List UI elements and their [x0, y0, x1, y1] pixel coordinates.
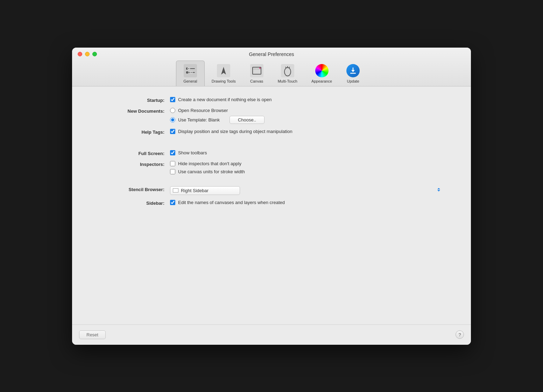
tab-appearance[interactable]: Appearance [304, 61, 339, 86]
reset-button[interactable]: Reset [79, 330, 106, 339]
sidebar-checkbox-label[interactable]: Edit the names of canvases and layers wh… [170, 200, 443, 205]
sidebar-row: Sidebar: Edit the names of canvases and … [100, 200, 443, 206]
canvas-units-checkbox[interactable] [170, 169, 175, 174]
hide-inspectors-text: Hide inspectors that don't apply [178, 161, 241, 166]
stencil-browser-select-wrapper: Right Sidebar Left Sidebar Floating Wind… [170, 186, 443, 195]
use-template-text: Use Template: Blank [178, 117, 220, 122]
svg-point-8 [190, 71, 192, 74]
open-resource-browser-radio[interactable] [170, 108, 175, 113]
canvas-icon [250, 64, 264, 78]
open-resource-browser-label[interactable]: Open Resource Browser [170, 108, 228, 113]
startup-label: Startup: [100, 97, 170, 103]
select-arrow-icon [436, 186, 442, 195]
new-docs-option2-row: Use Template: Blank Choose.. [170, 116, 443, 124]
help-tags-checkbox[interactable] [170, 129, 175, 134]
new-documents-label: New Documents: [100, 108, 170, 114]
tab-appearance-label: Appearance [311, 79, 332, 83]
bottom-bar: Reset ? [72, 324, 471, 345]
inspectors-row: Inspectors: Hide inspectors that don't a… [100, 161, 443, 174]
svg-rect-0 [184, 64, 197, 77]
help-tags-checkbox-label[interactable]: Display position and size tags during ob… [170, 129, 443, 134]
tab-canvas-label: Canvas [250, 79, 263, 83]
svg-rect-20 [350, 73, 356, 74]
full-screen-checkbox-label[interactable]: Show toolbars [170, 150, 443, 155]
full-screen-checkbox[interactable] [170, 150, 175, 155]
use-template-radio[interactable] [170, 117, 175, 122]
sidebar-checkbox[interactable] [170, 200, 175, 205]
new-docs-option1-row: Open Resource Browser [170, 108, 443, 113]
new-documents-row: New Documents: Open Resource Browser Use… [100, 108, 443, 124]
hide-inspectors-checkbox[interactable] [170, 161, 175, 166]
hide-inspectors-label[interactable]: Hide inspectors that don't apply [170, 161, 443, 166]
tab-drawing-tools-label: Drawing Tools [212, 79, 236, 83]
use-template-label[interactable]: Use Template: Blank [170, 117, 220, 122]
inspectors-controls: Hide inspectors that don't apply Use can… [170, 161, 443, 174]
canvas-units-label[interactable]: Use canvas units for stroke width [170, 169, 443, 174]
tab-drawing-tools[interactable]: Drawing Tools [205, 61, 243, 86]
help-tags-text: Display position and size tags during ob… [178, 129, 292, 134]
general-icon [183, 64, 197, 78]
appearance-icon [315, 64, 329, 78]
tab-update[interactable]: Update [339, 61, 367, 86]
full-screen-text: Show toolbars [178, 150, 207, 155]
drawing-tools-icon [217, 64, 231, 78]
content-area: Startup: Create a new document if nothin… [72, 86, 471, 324]
toolbar: General Drawing Tools [162, 61, 381, 86]
tab-canvas[interactable]: Canvas [243, 61, 271, 86]
startup-checkbox-label[interactable]: Create a new document if nothing else is… [170, 97, 443, 102]
window-title: General Preferences [78, 51, 465, 57]
inspectors-label: Inspectors: [100, 161, 170, 167]
help-button[interactable]: ? [456, 330, 464, 339]
startup-controls: Create a new document if nothing else is… [170, 97, 443, 102]
sidebar-controls: Edit the names of canvases and layers wh… [170, 200, 443, 205]
title-bar: General Preferences [72, 48, 471, 86]
stencil-browser-label: Stencil Browser: [100, 186, 170, 192]
svg-point-6 [188, 68, 190, 70]
preferences-window: General Preferences [72, 48, 471, 345]
sidebar-text: Edit the names of canvases and layers wh… [178, 200, 285, 205]
multi-touch-icon [281, 64, 295, 78]
stencil-browser-select[interactable]: Right Sidebar Left Sidebar Floating Wind… [170, 186, 240, 195]
startup-checkbox[interactable] [170, 97, 175, 102]
canvas-units-text: Use canvas units for stroke width [178, 169, 245, 174]
help-tags-controls: Display position and size tags during ob… [170, 129, 443, 134]
open-resource-browser-text: Open Resource Browser [178, 108, 228, 113]
full-screen-row: Full Screen: Show toolbars [100, 150, 443, 156]
help-tags-row: Help Tags: Display position and size tag… [100, 129, 443, 135]
full-screen-controls: Show toolbars [170, 150, 443, 155]
sidebar-label: Sidebar: [100, 200, 170, 206]
stencil-browser-row: Stencil Browser: Right Sidebar Left Side… [100, 186, 443, 195]
svg-point-14 [259, 67, 261, 69]
svg-rect-15 [281, 64, 294, 77]
tab-general[interactable]: General [176, 61, 205, 86]
full-screen-label: Full Screen: [100, 150, 170, 156]
tab-update-label: Update [347, 79, 359, 83]
startup-row: Startup: Create a new document if nothin… [100, 97, 443, 103]
help-tags-label: Help Tags: [100, 129, 170, 135]
svg-rect-11 [250, 64, 263, 77]
tab-multi-touch-label: Multi-Touch [278, 79, 297, 83]
update-icon [346, 64, 360, 78]
startup-checkbox-text: Create a new document if nothing else is… [178, 97, 272, 102]
tab-multi-touch[interactable]: Multi-Touch [271, 61, 304, 86]
tab-general-label: General [183, 79, 197, 83]
choose-button[interactable]: Choose.. [230, 116, 265, 124]
stencil-browser-controls: Right Sidebar Left Sidebar Floating Wind… [170, 186, 443, 195]
new-documents-controls: Open Resource Browser Use Template: Blan… [170, 108, 443, 124]
